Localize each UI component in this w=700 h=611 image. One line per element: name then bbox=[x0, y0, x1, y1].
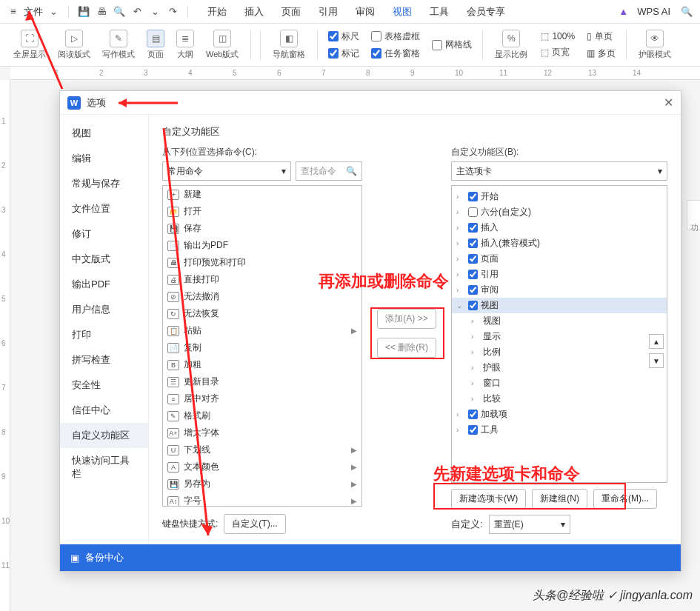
nav-输出PDF[interactable]: 输出PDF bbox=[60, 272, 148, 297]
ribbon-大纲[interactable]: ≣大纲 bbox=[170, 30, 200, 60]
nav-中文版式[interactable]: 中文版式 bbox=[60, 247, 148, 272]
preview-icon[interactable]: 🔍 bbox=[112, 4, 127, 19]
tree-视图[interactable]: ›视图 bbox=[452, 313, 667, 329]
move-up-button[interactable]: ▲ bbox=[649, 334, 664, 349]
tree-窗口[interactable]: ›窗口 bbox=[452, 375, 667, 391]
expand-icon[interactable]: › bbox=[471, 333, 480, 341]
ribbon-Web版式[interactable]: ◫Web版式 bbox=[200, 30, 244, 60]
customize-shortcut-button[interactable]: 自定义(T)... bbox=[224, 514, 285, 534]
cmd-文本颜色[interactable]: A文本颜色▶ bbox=[163, 458, 361, 475]
expand-icon[interactable]: › bbox=[471, 317, 480, 325]
expand-icon[interactable]: › bbox=[471, 395, 480, 403]
cmd-加粗[interactable]: B加粗 bbox=[163, 356, 361, 373]
nav-文件位置[interactable]: 文件位置 bbox=[60, 196, 148, 221]
tree-审阅[interactable]: ›审阅 bbox=[452, 282, 667, 298]
tree-checkbox[interactable] bbox=[468, 301, 478, 310]
expand-icon[interactable]: › bbox=[456, 224, 465, 232]
cmd-新建[interactable]: ＋新建 bbox=[163, 186, 361, 203]
horizontal-ruler[interactable]: 1234567891011121314 bbox=[10, 67, 700, 80]
tab-插入[interactable]: 插入 bbox=[244, 5, 264, 19]
expand-icon[interactable]: › bbox=[471, 379, 480, 387]
vertical-ruler[interactable]: 1234567891011 bbox=[0, 80, 10, 611]
nav-视图[interactable]: 视图 bbox=[60, 121, 148, 146]
expand-icon[interactable]: › bbox=[456, 255, 465, 263]
cmd-居中对齐[interactable]: ≡居中对齐 bbox=[163, 390, 361, 407]
tree-插入[interactable]: ›插入 bbox=[452, 220, 667, 236]
tab-页面[interactable]: 页面 bbox=[281, 5, 301, 19]
cmd-无法撤消[interactable]: ⊘无法撤消 bbox=[163, 288, 361, 305]
cmd-格式刷[interactable]: ✎格式刷 bbox=[163, 407, 361, 424]
tree-checkbox[interactable] bbox=[468, 223, 478, 233]
new-tab-button[interactable]: 新建选项卡(W) bbox=[451, 489, 526, 509]
cmd-下划线[interactable]: U下划线▶ bbox=[163, 441, 361, 458]
tree-checkbox[interactable] bbox=[468, 410, 478, 419]
ribbon-写作模式[interactable]: ✎写作模式 bbox=[96, 30, 141, 60]
ribbon-阅读版式[interactable]: ▷阅读版式 bbox=[52, 30, 96, 60]
save-icon[interactable]: 💾 bbox=[76, 4, 91, 19]
expand-icon[interactable]: › bbox=[456, 410, 465, 418]
undo-drop-icon[interactable]: ⌄ bbox=[147, 4, 162, 19]
eyecare-button[interactable]: 👁护眼模式 bbox=[633, 30, 677, 60]
cmd-粘贴[interactable]: 📋粘贴▶ bbox=[163, 322, 361, 339]
remove-command-button[interactable]: << 删除(R) bbox=[377, 338, 436, 358]
nav-修订[interactable]: 修订 bbox=[60, 221, 148, 247]
expand-icon[interactable]: › bbox=[456, 426, 465, 434]
expand-icon[interactable]: › bbox=[456, 286, 465, 294]
tree-checkbox[interactable] bbox=[468, 238, 478, 248]
print-icon[interactable]: 🖶 bbox=[94, 4, 109, 19]
gridline-check[interactable]: 网格线 bbox=[432, 39, 472, 51]
tree-checkbox[interactable] bbox=[468, 425, 478, 435]
add-command-button[interactable]: 添加(A) >> bbox=[377, 309, 436, 329]
nav-编辑[interactable]: 编辑 bbox=[60, 146, 148, 171]
mark-check[interactable]: 标记 bbox=[328, 47, 359, 60]
expand-icon[interactable]: › bbox=[471, 348, 480, 356]
nav-用户信息[interactable]: 用户信息 bbox=[60, 297, 148, 322]
tab-引用[interactable]: 引用 bbox=[319, 5, 338, 19]
ribbon-页面[interactable]: ▤页面 bbox=[141, 30, 170, 60]
cmd-另存为[interactable]: 💾另存为▶ bbox=[163, 475, 361, 493]
tree-开始[interactable]: ›开始 bbox=[452, 189, 667, 204]
nav-快速访问工具栏[interactable]: 快速访问工具栏 bbox=[60, 448, 148, 487]
command-search[interactable]: 查找命令🔍 bbox=[296, 161, 362, 181]
cmd-输出为PDF[interactable]: 📄输出为PDF bbox=[163, 237, 361, 254]
command-list[interactable]: ＋新建📂打开💾保存📄输出为PDF🖶打印预览和打印🖨直接打印⊘无法撤消↻无法恢复📋… bbox=[162, 185, 362, 507]
tab-审阅[interactable]: 审阅 bbox=[356, 5, 375, 19]
cmd-复制[interactable]: 📄复制 bbox=[163, 339, 361, 356]
cmd-直接打印[interactable]: 🖨直接打印 bbox=[163, 271, 361, 288]
dialog-close-button[interactable]: ✕ bbox=[664, 96, 673, 110]
tree-页面[interactable]: ›页面 bbox=[452, 251, 667, 267]
nav-打印[interactable]: 打印 bbox=[60, 322, 148, 347]
ribbon-tree[interactable]: ›开始›六分(自定义)›插入›插入(兼容模式)›页面›引用›审阅⌄视图›视图›显… bbox=[451, 185, 667, 483]
backup-center-bar[interactable]: ▣ 备份中心 bbox=[60, 544, 681, 571]
tree-checkbox[interactable] bbox=[468, 285, 478, 295]
rename-button[interactable]: 重命名(M)... bbox=[593, 489, 657, 509]
cmd-保存[interactable]: 💾保存 bbox=[163, 220, 361, 237]
cmd-增大字体[interactable]: A+增大字体 bbox=[163, 424, 361, 441]
file-menu[interactable]: 文件 bbox=[24, 5, 43, 19]
search-icon[interactable]: 🔍 bbox=[679, 4, 694, 19]
expand-icon[interactable]: ⌄ bbox=[456, 301, 465, 310]
ribbon-全屏显示[interactable]: ⛶全屏显示 bbox=[7, 30, 52, 60]
expand-icon[interactable]: › bbox=[456, 239, 465, 247]
tree-引用[interactable]: ›引用 bbox=[452, 267, 667, 282]
cmd-打开[interactable]: 📂打开 bbox=[163, 203, 361, 220]
tree-显示[interactable]: ›显示 bbox=[452, 329, 667, 344]
wps-ai-icon[interactable]: ▲ bbox=[619, 6, 628, 17]
nav-安全性[interactable]: 安全性 bbox=[60, 373, 148, 398]
tableframe-check[interactable]: 表格虚框 bbox=[371, 30, 420, 43]
tree-插入(兼容模式)[interactable]: ›插入(兼容模式) bbox=[452, 236, 667, 251]
wps-ai-label[interactable]: WPS AI bbox=[637, 6, 670, 17]
tree-checkbox[interactable] bbox=[468, 207, 478, 217]
tree-六分(自定义)[interactable]: ›六分(自定义) bbox=[452, 204, 667, 220]
side-panel-tab[interactable]: 功 bbox=[687, 200, 700, 230]
pct-button[interactable]: ⬚100% bbox=[541, 31, 575, 41]
dropdown-icon[interactable]: ⌄ bbox=[46, 4, 61, 19]
move-down-button[interactable]: ▼ bbox=[649, 353, 664, 368]
new-group-button[interactable]: 新建组(N) bbox=[532, 489, 587, 509]
nav-pane-button[interactable]: ◧ 导航窗格 bbox=[267, 30, 311, 60]
cmd-更新目录[interactable]: ☰更新目录 bbox=[163, 373, 361, 390]
command-category-select[interactable]: 常用命令▾ bbox=[162, 161, 291, 181]
tree-checkbox[interactable] bbox=[468, 254, 478, 264]
zoom-button[interactable]: %显示比例 bbox=[489, 30, 533, 60]
tab-会员专享[interactable]: 会员专享 bbox=[467, 5, 505, 19]
